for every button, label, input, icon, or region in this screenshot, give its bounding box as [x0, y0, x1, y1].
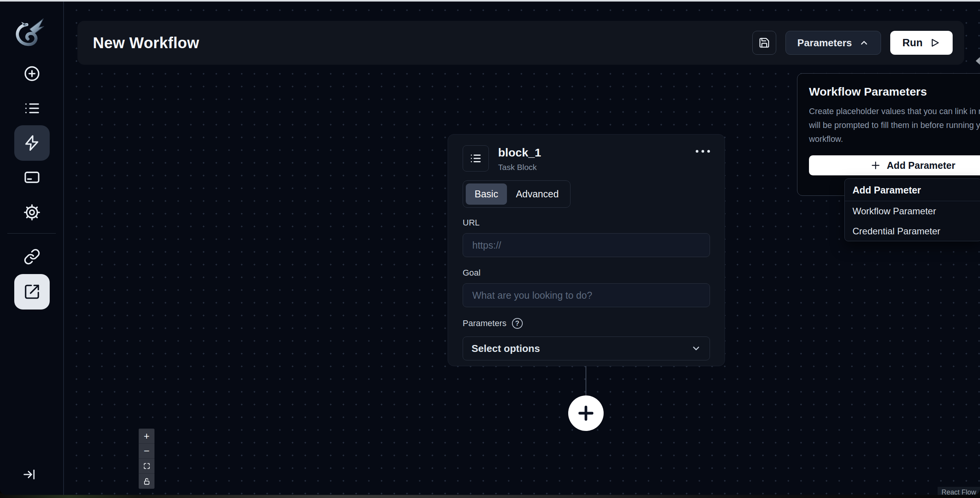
app-window: New Workflow Parameters Run [0, 2, 980, 495]
goal-label: Goal [463, 268, 710, 278]
url-input[interactable] [463, 233, 710, 257]
save-button[interactable] [752, 31, 776, 55]
gear-icon [23, 204, 40, 221]
node-subtitle: Task Block [498, 163, 541, 172]
skyvern-dragon-logo [11, 15, 46, 49]
circle-plus-icon [23, 65, 40, 82]
lock-open-icon [143, 478, 151, 485]
page-title: New Workflow [93, 34, 199, 52]
arrow-right-to-line-icon [22, 467, 37, 482]
run-button[interactable]: Run [890, 31, 953, 55]
add-parameter-button[interactable]: Add Parameter [809, 155, 980, 175]
credit-card-icon [23, 169, 40, 186]
react-flow-attribution[interactable]: React Flow [938, 487, 980, 495]
parameters-select[interactable]: Select options [463, 336, 710, 360]
parameters-label: Parameters [463, 318, 507, 328]
parameters-select-value: Select options [472, 343, 540, 355]
parameters-label-row: Parameters ? [463, 318, 710, 329]
play-icon [930, 37, 940, 48]
tab-advanced[interactable]: Advanced [507, 183, 567, 205]
tab-basic[interactable]: Basic [466, 183, 507, 205]
run-label: Run [903, 37, 923, 49]
header-actions: Parameters Run [752, 31, 953, 55]
edge-connector [586, 366, 586, 396]
sidebar-item-create[interactable] [14, 56, 50, 91]
canvas-zoom-controls: + − [139, 429, 154, 489]
zoom-out-button[interactable]: − [139, 444, 154, 459]
menu-item-credential-parameter[interactable]: Credential Parameter [845, 221, 980, 241]
sidebar-item-integrations[interactable] [14, 239, 50, 274]
floppy-disk-icon [758, 37, 770, 49]
node-titles: block_1 Task Block [498, 145, 541, 172]
list-icon [469, 152, 482, 165]
node-title: block_1 [498, 146, 541, 159]
parameters-toggle-button[interactable]: Parameters [785, 31, 881, 55]
zoom-in-button[interactable]: + [139, 429, 154, 444]
panel-description: Create placeholder values that you can l… [809, 104, 980, 146]
workflow-header: New Workflow Parameters Run [77, 21, 964, 65]
help-icon[interactable]: ? [512, 318, 523, 329]
plus-icon [577, 404, 595, 422]
task-block-node[interactable]: block_1 Task Block Basic Advanced URL Go… [448, 134, 725, 366]
add-parameter-label: Add Parameter [887, 160, 955, 171]
lightning-icon [23, 135, 40, 151]
plus-icon [871, 160, 881, 170]
node-tabs: Basic Advanced [463, 180, 571, 208]
sidebar-item-runs[interactable] [14, 91, 50, 126]
sidebar-item-settings[interactable] [14, 195, 50, 230]
fit-view-icon [143, 462, 151, 470]
sidebar-item-browser[interactable] [14, 274, 50, 310]
sidebar [0, 2, 64, 495]
sidebar-item-billing[interactable] [14, 160, 50, 195]
link-icon [23, 248, 40, 265]
workflow-canvas[interactable]: New Workflow Parameters Run [65, 2, 980, 495]
workflow-parameters-panel: Workflow Parameters Create placeholder v… [797, 73, 980, 196]
external-link-icon [23, 283, 40, 300]
chevron-up-icon [859, 38, 869, 48]
sidebar-item-workflows[interactable] [14, 125, 50, 161]
lock-button[interactable] [139, 474, 154, 489]
menu-header: Add Parameter [845, 179, 980, 201]
panel-title: Workflow Parameters [809, 85, 980, 98]
node-type-icon-box [463, 145, 489, 172]
list-icon [23, 100, 40, 117]
node-header: block_1 Task Block [463, 145, 710, 172]
sidebar-divider [7, 233, 56, 234]
goal-input[interactable] [463, 283, 710, 307]
add-parameter-menu: Add Parameter Workflow Parameter Credent… [844, 178, 980, 241]
node-options-button[interactable] [696, 145, 710, 153]
ellipsis-icon [696, 150, 698, 153]
fit-view-button[interactable] [139, 459, 154, 474]
menu-item-workflow-parameter[interactable]: Workflow Parameter [845, 201, 980, 221]
add-node-button[interactable] [568, 395, 604, 431]
url-label: URL [463, 218, 710, 228]
parameters-toggle-label: Parameters [797, 37, 852, 49]
chevron-down-icon [691, 343, 701, 353]
mouse-cursor-fragment [976, 57, 980, 67]
sidebar-collapse-button[interactable] [16, 461, 43, 488]
